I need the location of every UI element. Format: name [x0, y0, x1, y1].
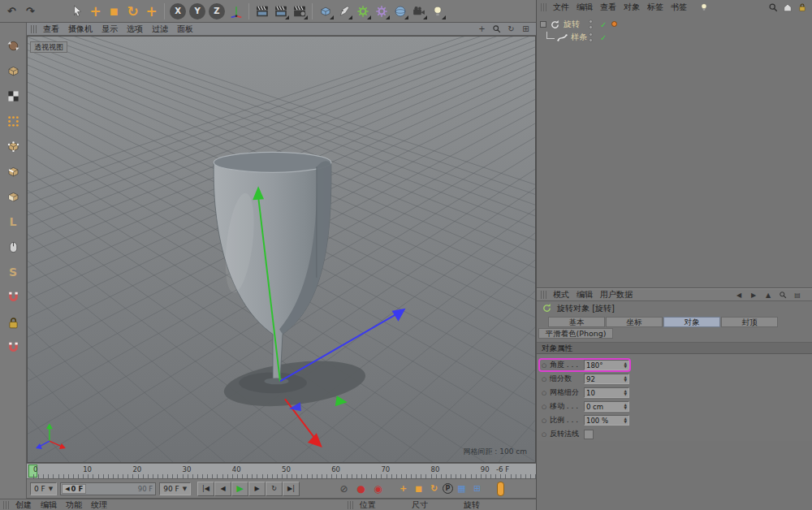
spin-down-icon[interactable]: ▼: [624, 379, 627, 382]
spinner-icon[interactable]: ▲▼: [624, 404, 627, 409]
coord-header-size[interactable]: 尺寸: [412, 499, 428, 510]
loop-button[interactable]: ↻: [266, 482, 283, 496]
record-parameter-icon[interactable]: P: [443, 483, 453, 494]
scaling-field[interactable]: 100 %▲▼: [584, 415, 629, 426]
record-options-button[interactable]: ◉: [371, 482, 385, 495]
render-view-icon[interactable]: [253, 2, 271, 20]
panel-grip-icon[interactable]: [3, 501, 9, 509]
enable-axis-icon[interactable]: L: [3, 212, 23, 231]
om-menu-view[interactable]: 查看: [600, 2, 616, 11]
enabled-check-icon[interactable]: ✓: [600, 33, 607, 42]
om-menu-edit[interactable]: 编辑: [577, 2, 593, 11]
vp-menu-cameras[interactable]: 摄像机: [68, 24, 93, 33]
previous-frame-button[interactable]: ◀: [214, 482, 231, 496]
perspective-viewport[interactable]: 透视视图 网格间距 : 100 cm: [27, 36, 536, 463]
om-menu-tags[interactable]: 标签: [647, 2, 663, 11]
viewport-visibility-dot-icon[interactable]: [589, 19, 593, 24]
object-manager-tree[interactable]: 旋转✓样条✓: [537, 15, 812, 288]
history-forward-icon[interactable]: ▶: [749, 290, 758, 300]
keyframe-circle-icon[interactable]: ○: [542, 417, 550, 424]
tab-coord[interactable]: 坐标: [606, 317, 663, 327]
add-primitive-icon[interactable]: [316, 2, 335, 20]
vp-menu-panel[interactable]: 面板: [177, 24, 193, 33]
render-visibility-dot-icon[interactable]: [589, 25, 593, 29]
dropdown-arrow-icon[interactable]: ▼: [183, 486, 187, 492]
spinner-icon[interactable]: ▲▼: [624, 376, 627, 382]
record-pla-icon[interactable]: ▦: [455, 482, 469, 495]
lock-icon[interactable]: [797, 2, 807, 13]
add-generator-icon[interactable]: [353, 2, 372, 20]
spinner-icon[interactable]: ▲▼: [624, 390, 627, 395]
mat-menu-function[interactable]: 功能: [66, 499, 82, 510]
mat-menu-texture[interactable]: 纹理: [91, 499, 107, 510]
home-icon[interactable]: [782, 2, 793, 13]
tab-basic[interactable]: 基本: [548, 317, 605, 327]
expand-toggle-icon[interactable]: [540, 21, 546, 28]
tab-object[interactable]: 对象: [663, 317, 720, 327]
tab-caps[interactable]: 封顶: [721, 317, 778, 327]
coordinate-system-icon[interactable]: [227, 2, 245, 20]
live-selection-icon[interactable]: [67, 2, 86, 20]
add-deformer-icon[interactable]: [372, 2, 391, 20]
tag-dot-icon[interactable]: [611, 21, 617, 27]
record-position-icon[interactable]: +: [396, 482, 410, 495]
rotate-tool-icon[interactable]: ↻: [123, 2, 142, 20]
am-menu-user-data[interactable]: 用户数据: [600, 290, 633, 299]
viewport-solo-icon[interactable]: [3, 237, 23, 257]
timeline-ruler[interactable]: 0102030405060708090 -6 F: [27, 463, 536, 479]
om-menu-bookmarks[interactable]: 书签: [671, 2, 687, 11]
snap-toggle-icon[interactable]: S: [3, 262, 23, 282]
range-start-handle[interactable]: ◀0 F: [62, 484, 86, 494]
am-menu-mode[interactable]: 模式: [553, 290, 569, 299]
undo-icon[interactable]: ↶: [2, 2, 21, 20]
viewport-canvas[interactable]: [28, 37, 535, 462]
dropdown-arrow-icon[interactable]: ▼: [49, 486, 53, 492]
spin-down-icon[interactable]: ▼: [624, 421, 627, 424]
spin-down-icon[interactable]: ▼: [624, 393, 627, 396]
goto-end-button[interactable]: ▶|: [283, 482, 300, 496]
panel-grip-icon[interactable]: [31, 25, 37, 33]
quantize-snap-icon[interactable]: [3, 338, 23, 357]
panel-grip-icon[interactable]: [348, 501, 353, 509]
scale-tool-icon[interactable]: ◼: [105, 2, 123, 20]
texture-mode-icon[interactable]: [3, 86, 23, 106]
am-menu-edit[interactable]: 编辑: [577, 290, 593, 299]
history-back-icon[interactable]: ◀: [734, 290, 744, 300]
move-tool-icon[interactable]: +: [86, 2, 105, 20]
angle-field[interactable]: 180°▲▼: [584, 360, 629, 370]
tab-phong[interactable]: 平滑着色(Phong): [538, 328, 613, 339]
zoom-view-icon[interactable]: [490, 24, 503, 35]
texture-axis-mode-icon[interactable]: [3, 111, 23, 131]
pan-view-icon[interactable]: +: [476, 24, 488, 35]
search-icon[interactable]: [778, 290, 788, 300]
panel-menu-icon[interactable]: ▤: [793, 290, 802, 300]
make-editable-icon[interactable]: [3, 36, 23, 55]
om-menu-objects[interactable]: 对象: [624, 2, 640, 11]
current-frame-field[interactable]: 0 F ▼: [30, 482, 57, 495]
keyframe-circle-icon[interactable]: ○: [542, 390, 550, 396]
keyframe-circle-icon[interactable]: ○: [542, 431, 550, 438]
vp-menu-filter[interactable]: 过滤: [152, 24, 168, 33]
workplane-lock-icon[interactable]: [3, 313, 23, 332]
material-pill-icon[interactable]: [497, 482, 504, 496]
keyframe-circle-icon[interactable]: ○: [542, 362, 550, 369]
search-icon[interactable]: [767, 2, 778, 13]
subdivision-field[interactable]: 92▲▼: [584, 374, 629, 384]
goto-start-button[interactable]: |◀: [197, 482, 214, 496]
coord-header-rotation[interactable]: 旋转: [464, 499, 480, 510]
flip-normals-checkbox[interactable]: [584, 430, 594, 439]
timeline-range-slider[interactable]: ◀0 F 90 F: [60, 482, 156, 495]
record-scale-icon[interactable]: ◼: [412, 482, 425, 495]
add-spline-icon[interactable]: [335, 2, 353, 20]
end-frame-field[interactable]: 90 F ▼: [159, 482, 191, 495]
pin-icon[interactable]: ▲: [763, 290, 773, 300]
spinner-icon[interactable]: ▲▼: [624, 362, 627, 368]
keyframe-circle-icon[interactable]: ○: [542, 404, 550, 410]
keyframe-selection-icon[interactable]: ⊞: [470, 482, 484, 495]
mat-menu-edit[interactable]: 编辑: [41, 499, 57, 510]
vp-menu-view[interactable]: 查看: [43, 24, 59, 33]
add-camera-icon[interactable]: [409, 2, 428, 20]
spin-down-icon[interactable]: ▼: [624, 407, 627, 410]
render-visibility-dot-icon[interactable]: [589, 38, 593, 42]
toggle-view-icon[interactable]: ⊞: [520, 24, 532, 35]
